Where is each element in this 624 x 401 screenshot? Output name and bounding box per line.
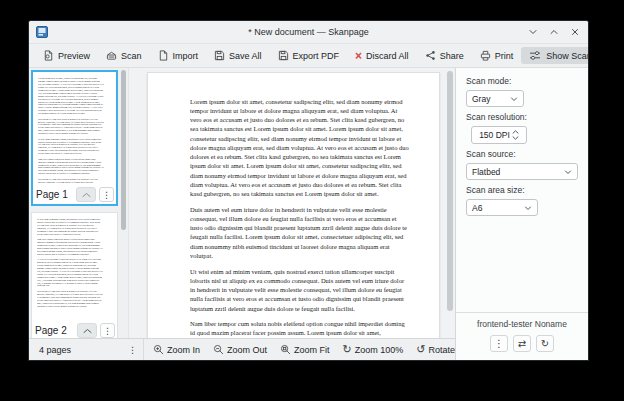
skanpage-app-icon [36,26,48,38]
scanner-device-section: frontend-tester Noname ⋮ ⇄ ↻ [456,312,588,360]
page-1-menu-button[interactable]: ⋮ [99,187,114,202]
reload-device-button[interactable]: ↻ [536,335,554,352]
scan-area-size-select[interactable]: A6 [466,199,538,216]
share-button[interactable]: Share [417,47,472,64]
document-import-icon [158,50,169,61]
zoom-in-label: Zoom In [167,345,200,355]
show-scanner-options-label: Show Scanner Options [546,51,589,61]
zoom-fit-button[interactable]: Zoom Fit [280,344,330,355]
scan-area-size-label: Scan area size: [466,185,578,195]
zoom-fit-icon [280,344,291,355]
share-label: Share [440,51,464,61]
scan-resolution-spinbox[interactable]: 150 DPI [471,126,527,144]
scan-mode-value: Gray [472,94,490,104]
save-all-button[interactable]: Save All [206,47,270,64]
scanner-device-name: frontend-tester Noname [456,319,588,329]
page-2-thumbnail[interactable]: Ut wisi enim ad minim veniam, quis nostr… [31,212,118,338]
scan-resolution-value: 150 DPI [479,130,510,140]
scanner-icon [106,50,117,61]
thumbnail-scrollbar[interactable] [119,68,129,338]
page-2-label-row: Page 2 ⋮ [35,323,115,338]
chevron-up-icon [82,192,91,198]
scan-source-select[interactable]: Flatbed [466,163,578,180]
export-pdf-button[interactable]: Export PDF [270,47,348,64]
minimize-icon[interactable] [527,26,539,38]
discard-all-label: Discard All [366,51,409,61]
import-label: Import [173,51,199,61]
save-all-icon [214,50,225,61]
zoom-fit-label: Zoom Fit [294,345,330,355]
print-button[interactable]: Print [472,47,522,64]
spinbox-arrows-icon [512,129,519,141]
preview-label: Preview [58,51,90,61]
page-1-thumbnail-content: Lorem ipsum dolor sit amet, consetetur s… [38,77,104,186]
maximize-icon[interactable] [548,26,560,38]
chevron-down-icon [524,204,532,212]
document-page-text: Lorem ipsum dolor sit amet, consetetur s… [190,97,409,338]
pages-count-label: 4 pages [39,345,122,355]
main-toolbar: Preview Scan Import Save All Export PDF [29,44,588,68]
sliders-icon [529,50,541,61]
scanner-options-panel: Scan mode: Gray Scan resolution: 150 DPI… [456,68,588,360]
zoom-in-button[interactable]: Zoom In [153,344,200,355]
page-2-menu-button[interactable]: ⋮ [100,323,115,338]
thumbnail-scrollbar-thumb[interactable] [121,70,126,230]
share-icon [425,50,436,61]
content-row: Lorem ipsum dolor sit amet, consetetur s… [29,68,455,338]
window-body: Lorem ipsum dolor sit amet, consetetur s… [29,68,588,360]
discard-icon: × [355,50,362,62]
export-pdf-label: Export PDF [293,51,340,61]
window-title: * New document — Skanpage [89,27,528,37]
left-column: Lorem ipsum dolor sit amet, consetetur s… [29,68,456,360]
zoom-out-icon [213,344,224,355]
scan-mode-select[interactable]: Gray [466,90,524,107]
statusbar: 4 pages ⋮ Zoom In Zoom Out [29,338,455,360]
page-1-label: Page 1 [36,189,73,200]
page-thumbnail-list: Lorem ipsum dolor sit amet, consetetur s… [29,68,119,338]
document-preview-icon [43,50,54,61]
document-view-scrollbar[interactable] [447,71,453,311]
document-view[interactable]: Lorem ipsum dolor sit amet, consetetur s… [129,68,455,338]
paragraph: Ut wisi enim ad minim veniam, quis nostr… [190,267,409,313]
preview-button[interactable]: Preview [35,47,98,64]
save-all-label: Save All [229,51,262,61]
refresh-icon: ↻ [541,338,549,349]
switch-device-button[interactable]: ⇄ [513,335,531,352]
scan-mode-label: Scan mode: [466,76,578,86]
scan-label: Scan [121,51,142,61]
device-overflow-button[interactable]: ⋮ [490,335,508,352]
desktop: { "window": { "title": "* New document —… [0,0,624,401]
zoom-out-label: Zoom Out [227,345,267,355]
show-scanner-options-button[interactable]: Show Scanner Options [521,47,589,64]
paragraph: Lorem ipsum dolor sit amet, consetetur s… [190,97,409,198]
zoom-100-button[interactable]: ↻ Zoom 100% [343,344,404,355]
zoom-out-button[interactable]: Zoom Out [213,344,267,355]
rotate-left-icon: ↺ [416,344,425,355]
scan-area-size-value: A6 [472,203,482,213]
window-controls [527,26,581,38]
move-page-up-button[interactable] [77,323,97,338]
scanner-device-buttons: ⋮ ⇄ ↻ [456,335,588,352]
page-1-thumbnail[interactable]: Lorem ipsum dolor sit amet, consetetur s… [31,70,118,206]
move-page-up-button[interactable] [76,187,96,202]
scan-source-label: Scan source: [466,149,578,159]
overflow-menu-icon: ⋮ [103,326,112,336]
page-2-thumbnail-content: Ut wisi enim ad minim veniam, quis nostr… [37,218,103,310]
zoom-in-icon [153,344,164,355]
discard-all-button[interactable]: × Discard All [347,47,417,65]
swap-arrows-icon: ⇄ [518,338,526,349]
titlebar[interactable]: * New document — Skanpage [29,21,588,44]
page-1-label-row: Page 1 ⋮ [36,187,114,202]
zoom-original-icon: ↻ [343,344,352,355]
pages-overflow-menu-icon[interactable]: ⋮ [122,345,143,355]
close-icon[interactable] [569,26,581,38]
document-page: Lorem ipsum dolor sit amet, consetetur s… [147,72,440,338]
export-pdf-icon [278,50,289,61]
scan-resolution-label: Scan resolution: [466,112,578,122]
chevron-down-icon [510,95,518,103]
skanpage-window: * New document — Skanpage Preview Scan [28,20,589,361]
print-label: Print [495,51,514,61]
paragraph: Duis autem vel eum iriure dolor in hendr… [190,205,409,260]
import-button[interactable]: Import [150,47,207,64]
scan-button[interactable]: Scan [98,47,150,64]
